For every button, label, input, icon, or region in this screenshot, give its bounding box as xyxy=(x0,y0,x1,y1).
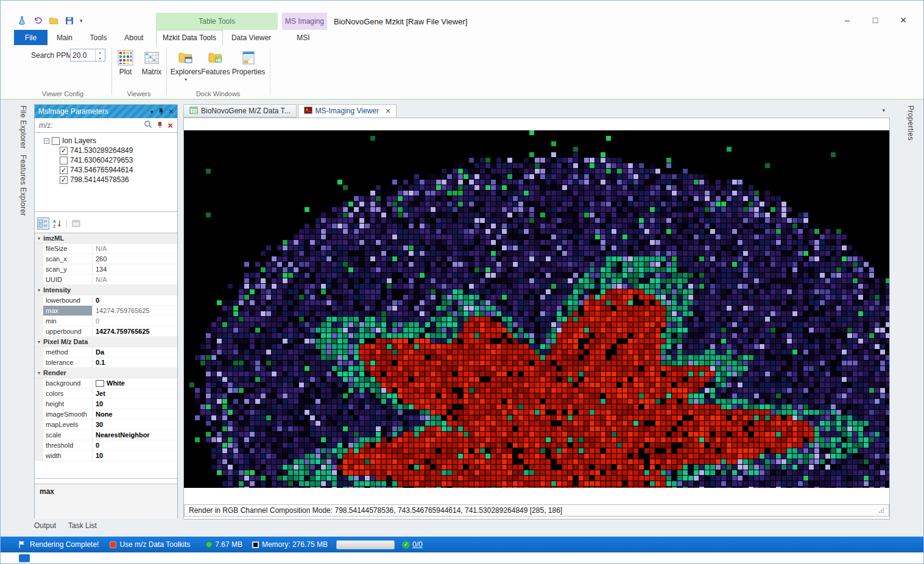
property-value[interactable]: Jet xyxy=(93,389,177,398)
property-value[interactable]: None xyxy=(93,409,177,419)
property-value[interactable]: 14274.759765625 xyxy=(93,326,177,336)
tree-expander-icon[interactable]: − xyxy=(44,138,49,144)
tab-about[interactable]: About xyxy=(115,30,153,45)
mz-search-input[interactable] xyxy=(39,121,139,130)
minimize-button[interactable]: – xyxy=(833,12,861,29)
property-row[interactable]: colorsJet xyxy=(35,389,177,399)
panel-close-icon[interactable]: × xyxy=(169,107,174,116)
dock-tab-task-list[interactable]: Task List xyxy=(68,521,97,530)
tab-overflow-icon[interactable]: ▾ xyxy=(882,107,885,113)
undo-icon[interactable] xyxy=(32,16,43,26)
property-category-row[interactable]: ▾imzML xyxy=(35,233,177,244)
ion-layer-row[interactable]: ✓741.530289264849 xyxy=(35,146,177,155)
sidebar-tab-properties[interactable]: Properties xyxy=(906,105,915,141)
stepper-up-icon[interactable]: ▴ xyxy=(96,49,104,55)
tab-data-viewer[interactable]: Data Viewer xyxy=(223,30,280,45)
clear-search-icon[interactable]: × xyxy=(168,121,173,130)
property-row[interactable]: scaleNearestNeighbor xyxy=(35,430,177,440)
property-value[interactable]: Da xyxy=(93,347,177,357)
tab-file[interactable]: File xyxy=(14,30,48,45)
collapse-icon[interactable]: ▾ xyxy=(35,287,43,293)
property-value[interactable]: 0.1 xyxy=(93,358,177,367)
property-row[interactable]: scan_y134 xyxy=(35,264,177,275)
ion-layer-row[interactable]: ✓798.54144578536 xyxy=(35,175,177,185)
ion-layer-row[interactable]: 741.630604279653 xyxy=(35,155,177,165)
property-row[interactable]: lowerbound0 xyxy=(35,295,177,306)
ion-layer-row[interactable]: ✓743.546765944614 xyxy=(35,165,177,175)
property-value[interactable]: 10 xyxy=(93,451,177,460)
tab-close-icon[interactable]: × xyxy=(386,107,390,115)
property-row[interactable]: threshold0 xyxy=(35,440,177,451)
sidebar-tab-file-explorer[interactable]: File Explorer xyxy=(19,105,27,149)
property-row[interactable]: UUIDN/A xyxy=(35,275,177,285)
search-ppm-input[interactable] xyxy=(71,49,95,61)
tab-main[interactable]: Main xyxy=(48,30,82,45)
dock-tab-output[interactable]: Output xyxy=(34,521,56,530)
property-category-row[interactable]: ▾Intensity xyxy=(35,285,177,295)
property-row[interactable]: tolerance0.1 xyxy=(35,358,177,368)
property-value[interactable]: 10 xyxy=(93,399,177,409)
property-row[interactable]: width10 xyxy=(35,451,177,461)
collapse-icon[interactable]: ▾ xyxy=(35,370,43,376)
property-row[interactable]: scan_x260 xyxy=(35,254,177,264)
property-row[interactable]: min0 xyxy=(35,316,177,326)
panel-menu-icon[interactable]: ▾ xyxy=(150,108,153,115)
property-value[interactable]: N/A xyxy=(93,275,177,284)
tab-msi[interactable]: MSI xyxy=(280,30,327,45)
pin-icon[interactable] xyxy=(158,108,164,115)
plot-button[interactable]: Plot xyxy=(114,50,137,76)
property-row[interactable]: height10 xyxy=(35,399,177,409)
tab-mz-data-tool[interactable]: BioNovoGene M/Z Data T... xyxy=(183,104,297,118)
property-value[interactable]: 30 xyxy=(93,420,177,429)
tab-mzkit-data-tools[interactable]: Mzkit Data Tools xyxy=(156,30,223,45)
alphabetical-sort-icon[interactable]: AZ xyxy=(51,217,63,230)
panel-header[interactable]: MsImage Parameters ▾ × xyxy=(35,105,177,118)
ion-layer-checkbox[interactable]: ✓ xyxy=(60,166,68,174)
features-button[interactable]: Features xyxy=(202,50,230,76)
pin-search-icon[interactable] xyxy=(157,120,163,131)
property-value[interactable]: 0 xyxy=(93,440,177,450)
explorers-dropdown-icon[interactable]: ▾ xyxy=(185,78,187,82)
property-value[interactable]: N/A xyxy=(93,244,177,253)
property-row[interactable]: max14274.759765625 xyxy=(35,306,177,316)
open-folder-icon[interactable] xyxy=(48,16,58,26)
collapse-icon[interactable]: ▾ xyxy=(35,236,43,241)
properties-button[interactable]: Properties xyxy=(232,50,265,76)
tasks-count-link[interactable]: 0/0 xyxy=(412,540,423,549)
property-row[interactable]: backgroundWhite xyxy=(35,378,177,389)
property-value[interactable]: 0 xyxy=(93,295,177,305)
sidebar-tab-features-explorer[interactable]: Features Explorer xyxy=(19,155,27,216)
property-value[interactable]: 260 xyxy=(93,254,177,264)
property-value[interactable]: NearestNeighbor xyxy=(93,430,177,440)
ion-layer-checkbox[interactable]: ✓ xyxy=(60,176,68,184)
ms-image-canvas[interactable] xyxy=(184,130,889,488)
ion-layers-root-checkbox[interactable] xyxy=(52,137,60,145)
save-icon[interactable] xyxy=(64,16,74,26)
property-value[interactable]: 134 xyxy=(93,264,177,274)
categorized-view-icon[interactable] xyxy=(37,217,49,230)
matrix-button[interactable]: Matrix xyxy=(138,50,165,76)
search-icon[interactable] xyxy=(144,120,152,131)
qat-dropdown-icon[interactable]: ▾ xyxy=(80,18,83,24)
property-value[interactable]: 14274.759765625 xyxy=(93,306,177,315)
property-value[interactable]: White xyxy=(93,378,177,388)
maximize-button[interactable]: □ xyxy=(861,12,889,29)
resize-grip-icon[interactable] xyxy=(878,507,884,513)
tab-ms-imaging-viewer[interactable]: MS-Imaging Viewer × xyxy=(298,104,397,118)
collapse-icon[interactable]: ▾ xyxy=(35,339,43,345)
ion-layers-root-row[interactable]: − Ion Layers xyxy=(35,136,177,146)
tab-tools[interactable]: Tools xyxy=(82,30,115,45)
property-row[interactable]: methodDa xyxy=(35,347,177,358)
property-row[interactable]: imageSmoothNone xyxy=(35,409,177,420)
stepper-down-icon[interactable]: ▾ xyxy=(96,55,104,62)
ion-layer-checkbox[interactable]: ✓ xyxy=(60,147,68,155)
ion-layer-checkbox[interactable] xyxy=(60,157,68,164)
property-value[interactable]: 0 xyxy=(93,316,177,326)
property-category-row[interactable]: ▾Render xyxy=(35,368,177,378)
app-logo-icon[interactable] xyxy=(16,16,27,26)
property-pages-icon[interactable] xyxy=(70,217,82,230)
property-row[interactable]: fileSizeN/A xyxy=(35,244,177,254)
property-row[interactable]: mapLevels30 xyxy=(35,420,177,430)
property-category-row[interactable]: ▾Pixel M/z Data xyxy=(35,337,177,347)
close-button[interactable]: × xyxy=(889,12,917,29)
